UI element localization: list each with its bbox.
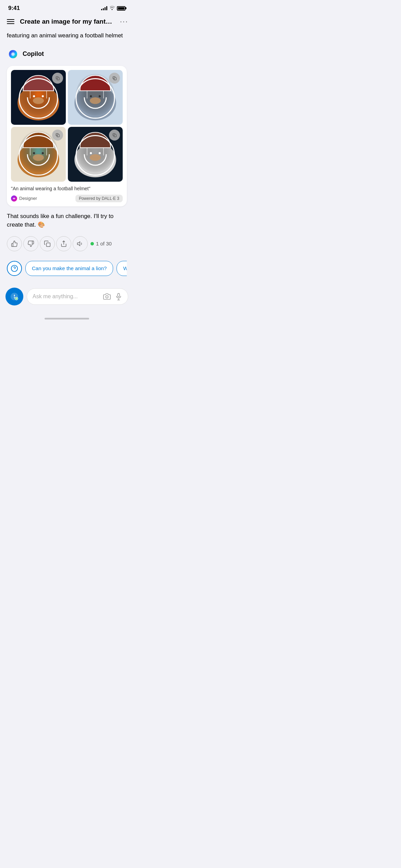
copy-image-3-button[interactable] [52, 130, 63, 141]
home-indicator [0, 315, 134, 321]
copilot-header: Copilot [7, 48, 127, 60]
camera-button[interactable] [103, 293, 111, 300]
nav-bar: Create an image for my fantasy ... ··· [0, 14, 134, 30]
wifi-icon [109, 5, 115, 11]
copy-image-4-button[interactable] [109, 130, 120, 141]
share-button[interactable] [56, 236, 71, 251]
copilot-logo-icon [7, 48, 19, 60]
menu-button[interactable] [5, 18, 16, 25]
help-button[interactable] [7, 261, 22, 276]
input-icons [103, 293, 122, 300]
image-cell-4[interactable] [68, 127, 123, 182]
copy-image-2-button[interactable] [109, 73, 120, 84]
status-icons [101, 5, 125, 11]
status-bar: 9:41 [0, 0, 134, 14]
page-title: Create an image for my fantasy ... [20, 18, 116, 25]
image-cell-2[interactable] [68, 70, 123, 125]
image-cell-3[interactable] [11, 127, 66, 182]
input-pill[interactable]: Ask me anything... [27, 288, 128, 305]
home-bar [45, 318, 89, 320]
copy-button[interactable] [40, 236, 55, 251]
input-bar: Ask me anything... [0, 284, 134, 315]
response-text: That sounds like a fun challenge. I'll t… [7, 212, 127, 229]
speaker-button[interactable] [73, 236, 88, 251]
copilot-fab-button[interactable] [5, 288, 23, 305]
designer-label: Designer [11, 195, 37, 202]
image-footer: Designer Powered by DALL·E 3 [11, 195, 123, 202]
dalle-badge: Powered by DALL·E 3 [75, 195, 123, 202]
svg-marker-17 [77, 242, 80, 246]
suggestions-row: Can you make the animal a lion? What col… [7, 261, 127, 276]
designer-icon [11, 195, 17, 202]
user-prompt-text: featuring an animal wearing a football h… [7, 30, 127, 40]
copilot-name-label: Copilot [23, 50, 44, 58]
count-label: 1 of 30 [96, 241, 112, 246]
suggestion-button-2[interactable]: What colors sh [117, 261, 127, 276]
suggestion-button-1[interactable]: Can you make the animal a lion? [25, 261, 113, 276]
response-count: 1 of 30 [90, 241, 112, 246]
thumbs-up-button[interactable] [7, 236, 22, 251]
image-card: "An animal wearing a football helmet" De… [7, 66, 127, 206]
image-grid [11, 70, 123, 182]
svg-point-1 [12, 53, 14, 56]
svg-rect-15 [47, 243, 50, 246]
input-placeholder: Ask me anything... [33, 293, 100, 300]
status-time: 9:41 [8, 5, 20, 12]
message-area: featuring an animal wearing a football h… [0, 30, 134, 276]
image-caption: "An animal wearing a football helmet" [11, 186, 123, 191]
svg-rect-25 [118, 293, 120, 297]
signal-icon [101, 6, 107, 10]
microphone-button[interactable] [115, 293, 122, 300]
designer-text: Designer [19, 196, 37, 201]
green-dot-icon [90, 242, 94, 245]
thumbs-down-button[interactable] [23, 236, 38, 251]
more-options-button[interactable]: ··· [120, 17, 128, 26]
copy-image-1-button[interactable] [52, 73, 63, 84]
action-bar: 1 of 30 [7, 236, 127, 251]
battery-icon [117, 6, 125, 11]
image-cell-1[interactable] [11, 70, 66, 125]
svg-point-24 [106, 296, 108, 298]
